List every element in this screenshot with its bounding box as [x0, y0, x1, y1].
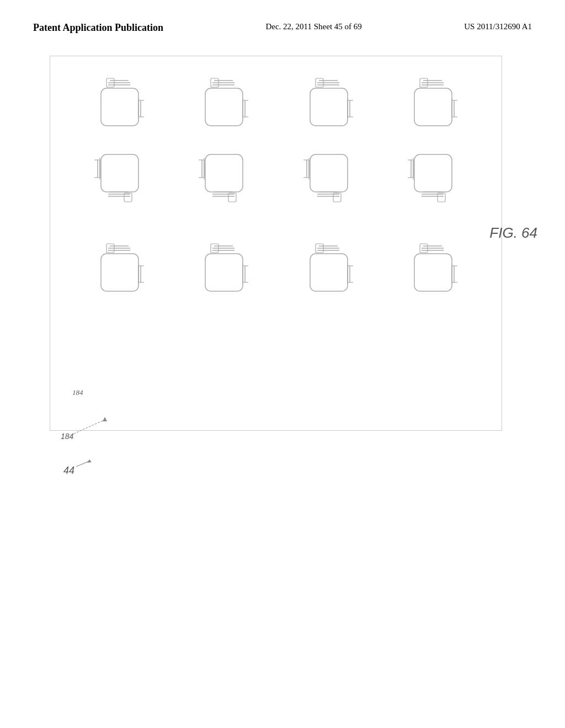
drawing-area: FIG. 64 [33, 56, 532, 431]
component-3-1 [89, 238, 150, 299]
label-44-area: 44 [61, 458, 94, 480]
component-1-4 [402, 73, 463, 133]
component-3-2 [193, 238, 254, 299]
publication-title: Patent Application Publication [33, 22, 163, 34]
component-2-4 [402, 144, 463, 205]
svg-rect-104 [310, 254, 348, 291]
figure-border: FIG. 64 [50, 56, 502, 431]
component-3-4 [402, 238, 463, 299]
svg-marker-126 [87, 459, 92, 463]
svg-rect-75 [414, 154, 452, 192]
svg-rect-14 [205, 88, 243, 126]
component-2-3 [298, 144, 359, 205]
svg-rect-4 [101, 88, 138, 126]
component-1-3 [298, 73, 359, 133]
svg-text:44: 44 [63, 465, 74, 476]
svg-rect-84 [101, 254, 138, 291]
component-2-1 [89, 144, 150, 205]
svg-text:184: 184 [61, 432, 74, 441]
component-2-2 [193, 144, 254, 205]
row-3 [50, 233, 502, 304]
row-spacer [50, 211, 502, 233]
svg-rect-94 [205, 254, 243, 291]
component-1-2 [193, 73, 254, 133]
svg-rect-55 [205, 154, 243, 192]
fig-64-label: FIG. 64 [513, 188, 552, 280]
sheet-info: Dec. 22, 2011 Sheet 45 of 69 [265, 22, 361, 31]
label-184: 184 [72, 388, 83, 397]
svg-rect-24 [310, 88, 348, 126]
svg-rect-114 [414, 254, 452, 291]
row-1 [50, 56, 502, 139]
row-2 [50, 139, 502, 211]
component-3-3 [298, 238, 359, 299]
component-1-1 [89, 73, 150, 133]
svg-rect-34 [414, 88, 452, 126]
svg-line-125 [76, 461, 89, 467]
page-header: Patent Application Publication Dec. 22, … [0, 0, 565, 45]
svg-rect-45 [101, 154, 138, 192]
svg-rect-65 [310, 154, 348, 192]
patent-number: US 2011/312690 A1 [464, 22, 532, 31]
